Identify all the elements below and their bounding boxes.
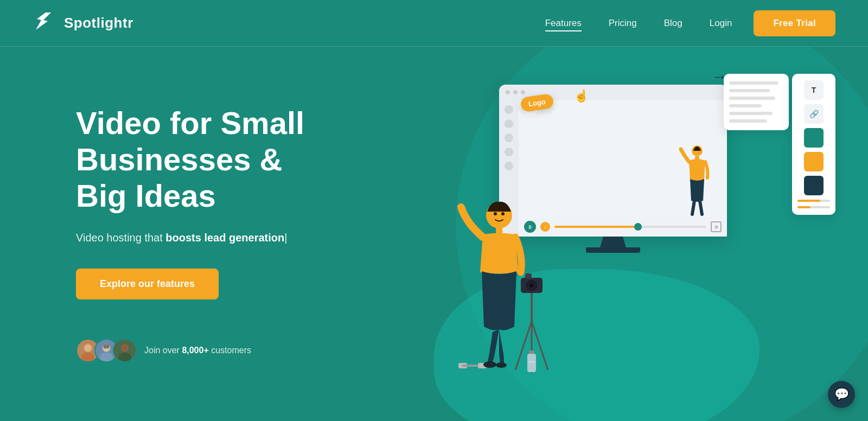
nav-link-pricing[interactable]: Pricing: [609, 18, 637, 28]
svg-rect-6: [104, 345, 110, 348]
monitor-stand: [597, 237, 629, 247]
svg-point-14: [494, 212, 497, 215]
nav-item-blog[interactable]: Blog: [664, 18, 682, 29]
settings-list-panel: [724, 74, 789, 130]
cursor-icon: ☝: [574, 89, 589, 103]
social-proof: Join over 8,000+ customers: [76, 339, 326, 362]
expand-button[interactable]: ⊞: [711, 221, 722, 232]
logo-area[interactable]: Spotlightr: [33, 10, 133, 36]
brand-name: Spotlightr: [64, 15, 133, 31]
free-trial-button[interactable]: Free Trial: [754, 10, 835, 36]
nav-link-login[interactable]: Login: [710, 18, 732, 28]
svg-point-8: [121, 344, 129, 352]
nav-item-pricing[interactable]: Pricing: [609, 18, 637, 29]
hero-subtitle: Video hosting that boosts lead generatio…: [76, 229, 326, 246]
color-swatch-dark[interactable]: [804, 176, 824, 195]
color-settings-panel: T 🔗: [792, 74, 835, 215]
hero-title: Video for Small Businesses & Big Ideas: [76, 105, 326, 214]
progress-fill: [554, 226, 638, 228]
navbar: Spotlightr Features Pricing Blog Login F…: [0, 0, 868, 47]
chat-widget-button[interactable]: 💬: [828, 381, 855, 408]
hero-illustration: ··· ⏸ ♪: [456, 63, 835, 388]
explore-features-button[interactable]: Explore our features: [76, 269, 219, 299]
nav-links: Features Pricing Blog Login: [545, 18, 732, 29]
slider-1[interactable]: [797, 200, 830, 202]
link-tool-button[interactable]: 🔗: [804, 104, 824, 124]
text-tool-button[interactable]: T: [804, 80, 824, 100]
nav-item-features[interactable]: Features: [545, 18, 582, 29]
svg-point-5: [100, 352, 113, 362]
brand-logo-icon: [33, 10, 59, 36]
chat-icon: 💬: [834, 387, 849, 401]
yoga-person-large: [456, 186, 542, 372]
svg-point-1: [84, 344, 92, 352]
svg-point-12: [483, 361, 496, 368]
nav-right: Features Pricing Blog Login Free Trial: [545, 10, 835, 36]
svg-point-2: [81, 352, 94, 362]
hero-section: Video for Small Businesses & Big Ideas V…: [0, 47, 868, 421]
video-controls: ⏸ ♪ ⊞: [519, 217, 727, 237]
svg-line-34: [700, 201, 702, 214]
slider-2[interactable]: [797, 206, 830, 208]
avatar-group: [76, 339, 137, 362]
svg-point-9: [118, 352, 131, 362]
video-content-area: ···: [519, 100, 727, 217]
social-proof-text: Join over 8,000+ customers: [144, 346, 251, 355]
color-swatch-teal[interactable]: [804, 128, 824, 148]
progress-bar[interactable]: [554, 226, 706, 228]
progress-thumb: [634, 223, 642, 231]
link-icon: 🔗: [809, 110, 819, 118]
svg-point-15: [501, 212, 505, 215]
nav-link-features[interactable]: Features: [545, 18, 582, 31]
hero-content: Video for Small Businesses & Big Ideas V…: [0, 105, 326, 362]
svg-line-33: [692, 201, 694, 214]
avatar: [113, 339, 137, 362]
dot-3: [521, 90, 525, 94]
nav-link-blog[interactable]: Blog: [664, 18, 682, 28]
nav-item-login[interactable]: Login: [710, 18, 732, 29]
monitor-main: ··· ⏸ ♪: [519, 100, 727, 237]
monitor-base: [586, 247, 640, 253]
dot-2: [513, 90, 518, 94]
dot-1: [506, 90, 510, 94]
svg-point-13: [496, 362, 507, 368]
color-swatch-yellow[interactable]: [804, 152, 824, 171]
